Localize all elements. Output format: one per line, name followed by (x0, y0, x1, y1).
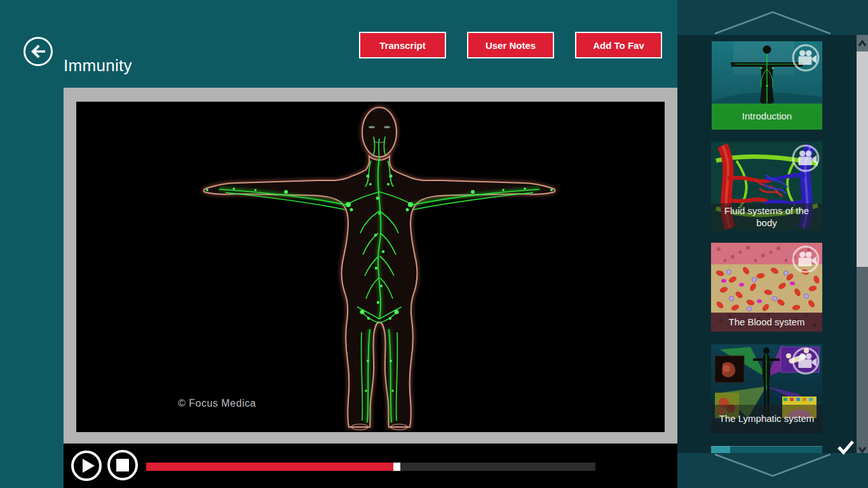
back-button[interactable] (24, 37, 53, 66)
sidebar-scroll-down[interactable] (677, 453, 868, 488)
sidebar-scroll-up[interactable] (677, 0, 868, 35)
video-camera-icon (791, 245, 820, 274)
sidebar-item-introduction[interactable]: Introduction (712, 41, 822, 130)
progress-played (146, 463, 393, 471)
sidebar-item-label: Introduction (712, 104, 822, 130)
copyright-watermark: © Focus Medica (178, 398, 256, 409)
scrollbar-up-button[interactable] (857, 35, 868, 51)
sidebar-item-label: The Blood system (711, 313, 822, 332)
body-lymphatic-illustration (76, 102, 665, 432)
page-title: Immunity (64, 56, 132, 76)
video-canvas[interactable]: © Focus Medica (76, 102, 665, 432)
scroll-up-arrow-icon (857, 39, 868, 48)
app-root: Immunity Transcript User Notes Add To Fa… (0, 0, 868, 488)
checkmark-icon[interactable] (837, 440, 855, 455)
player-controls-bar (64, 444, 677, 488)
play-icon (74, 453, 99, 478)
sidebar-item-label: Fluid systems of the body (711, 203, 822, 231)
progress-handle[interactable] (393, 463, 400, 471)
sidebar-item-blood-system[interactable]: The Blood system (711, 243, 822, 332)
video-frame: © Focus Medica (64, 88, 677, 444)
chevron-down-icon (677, 479, 868, 488)
stop-button[interactable] (107, 450, 138, 480)
scrollbar-thumb[interactable] (857, 51, 868, 267)
progress-bar[interactable] (146, 463, 595, 471)
progress-remaining (400, 463, 595, 471)
scrollbar-track[interactable] (857, 267, 868, 468)
add-to-fav-button[interactable]: Add To Fav (575, 32, 662, 58)
transcript-button[interactable]: Transcript (359, 32, 446, 58)
video-camera-icon (791, 144, 820, 173)
sidebar-item-lymphatic-system[interactable]: The Lymphatic system (711, 344, 822, 433)
sidebar-item-fluid-systems[interactable]: Fluid systems of the body (711, 142, 822, 231)
back-arrow-icon (30, 43, 46, 60)
stop-icon (110, 452, 135, 478)
video-camera-icon (791, 43, 820, 72)
video-camera-icon (791, 346, 820, 376)
play-button[interactable] (71, 451, 102, 481)
sidebar-item-label: The Lymphatic system (711, 405, 822, 433)
user-notes-button[interactable]: User Notes (467, 32, 554, 58)
scrollbar (857, 35, 868, 468)
